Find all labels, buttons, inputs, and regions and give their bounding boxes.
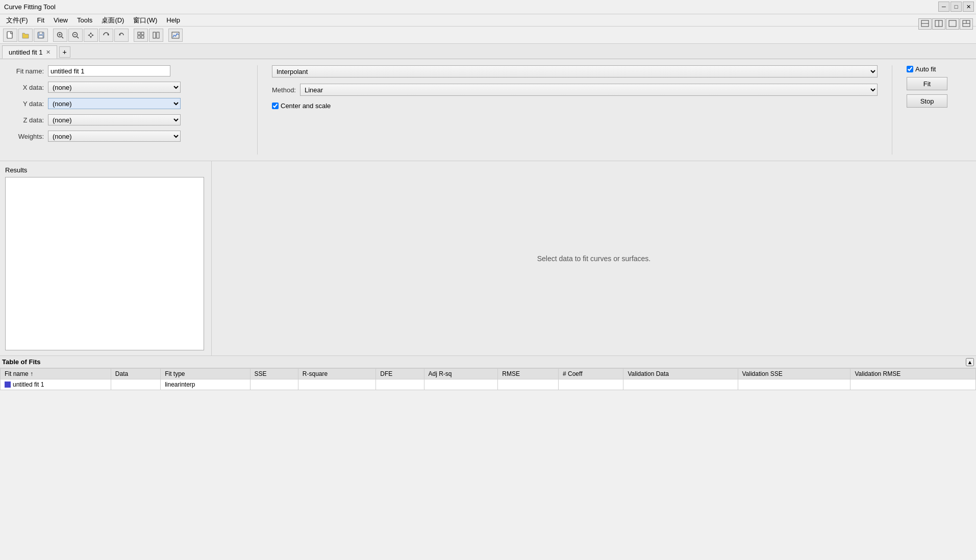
table-of-fits: Table of Fits ▲ Fit name ↑ Data Fit type… bbox=[0, 355, 976, 390]
x-data-select[interactable]: (none) bbox=[48, 82, 181, 93]
results-panel: Results bbox=[0, 161, 212, 355]
y-data-label: Y data: bbox=[8, 100, 44, 108]
close-button[interactable]: ✕ bbox=[963, 2, 974, 12]
toolbar bbox=[0, 27, 976, 44]
config-panel: Fit name: X data: (none) Y data: (none) … bbox=[0, 59, 976, 161]
table-expand-btn[interactable]: ▲ bbox=[966, 358, 974, 366]
tab-untitled-fit-1[interactable]: untitled fit 1 ✕ bbox=[2, 45, 57, 59]
weights-select[interactable]: (none) bbox=[48, 131, 181, 142]
tab-label: untitled fit 1 bbox=[9, 48, 43, 56]
config-middle: Interpolant Polynomial Custom Equation S… bbox=[272, 65, 878, 155]
svg-rect-3 bbox=[39, 36, 43, 38]
fit-name-row: Fit name: bbox=[8, 65, 243, 77]
cell-rmse bbox=[498, 379, 559, 390]
table-row[interactable]: untitled fit 1 linearinterp bbox=[1, 379, 976, 390]
menu-item-fit[interactable]: Fit bbox=[33, 15, 48, 25]
menu-item-file[interactable]: 文件(F) bbox=[2, 15, 32, 26]
fit-type-select[interactable]: Interpolant Polynomial Custom Equation S… bbox=[272, 65, 878, 78]
svg-rect-23 bbox=[172, 32, 179, 38]
z-data-label: Z data: bbox=[8, 116, 44, 124]
col-val-data[interactable]: Validation Data bbox=[623, 369, 738, 379]
layout-btn-2[interactable] bbox=[932, 18, 945, 30]
z-data-select[interactable]: (none) bbox=[48, 114, 181, 125]
col-val-rmse[interactable]: Validation RMSE bbox=[850, 369, 976, 379]
layout-btn-3[interactable] bbox=[946, 18, 959, 30]
tab-close-btn[interactable]: ✕ bbox=[46, 49, 51, 56]
col-dfe[interactable]: DFE bbox=[376, 369, 424, 379]
layout-btn-4[interactable] bbox=[960, 18, 973, 30]
y-data-select[interactable]: (none) bbox=[48, 98, 181, 109]
svg-rect-17 bbox=[138, 32, 140, 35]
layout-btn-1[interactable] bbox=[918, 18, 932, 30]
minimize-button[interactable]: ─ bbox=[938, 2, 949, 12]
toolbar-grid1-btn[interactable] bbox=[134, 29, 148, 42]
auto-fit-row: Auto fit bbox=[907, 65, 936, 73]
method-label: Method: bbox=[272, 86, 296, 94]
col-fit-type[interactable]: Fit type bbox=[161, 369, 250, 379]
col-r-square[interactable]: R-square bbox=[298, 369, 376, 379]
menu-item-help[interactable]: Help bbox=[162, 15, 184, 25]
menu-item-view[interactable]: View bbox=[49, 15, 72, 25]
toolbar-save-btn[interactable] bbox=[34, 29, 48, 42]
fit-name-label: Fit name: bbox=[8, 67, 44, 75]
col-sse[interactable]: SSE bbox=[250, 369, 298, 379]
plot-placeholder: Select data to fit curves or surfaces. bbox=[537, 254, 651, 263]
cell-adj-r-sq bbox=[424, 379, 498, 390]
center-scale-checkbox[interactable] bbox=[272, 103, 279, 109]
results-label: Results bbox=[5, 166, 206, 174]
toolbar-rotate-btn[interactable] bbox=[99, 29, 113, 42]
z-data-row: Z data: (none) bbox=[8, 114, 243, 125]
fit-name-input[interactable] bbox=[48, 65, 170, 77]
cell-dfe bbox=[376, 379, 424, 390]
plot-area: Select data to fit curves or surfaces. bbox=[212, 161, 976, 355]
toolbar-new-btn[interactable] bbox=[3, 29, 17, 42]
toolbar-plot-btn[interactable] bbox=[168, 29, 183, 42]
col-n-coeff[interactable]: # Coeff bbox=[559, 369, 623, 379]
tab-add-btn[interactable]: + bbox=[59, 46, 70, 58]
col-val-sse[interactable]: Validation SSE bbox=[738, 369, 850, 379]
config-divider-2 bbox=[892, 65, 892, 155]
toolbar-grid2-btn[interactable] bbox=[149, 29, 163, 42]
window-controls: ─ □ ✕ bbox=[938, 2, 974, 12]
col-data[interactable]: Data bbox=[111, 369, 160, 379]
stop-button[interactable]: Stop bbox=[907, 94, 947, 108]
restore-button[interactable]: □ bbox=[950, 2, 962, 12]
toolbar-zoom-in-btn[interactable] bbox=[53, 29, 67, 42]
toolbar-open-btn[interactable] bbox=[18, 29, 33, 42]
svg-rect-28 bbox=[949, 20, 956, 27]
menu-item-desktop[interactable]: 桌面(D) bbox=[97, 15, 128, 26]
toolbar-zoom-out-btn[interactable] bbox=[68, 29, 83, 42]
fit-name-text: untitled fit 1 bbox=[13, 381, 44, 388]
toolbar-undo-btn[interactable] bbox=[114, 29, 129, 42]
svg-line-9 bbox=[77, 37, 79, 38]
toolbar-pan-btn[interactable] bbox=[84, 29, 98, 42]
auto-fit-checkbox[interactable] bbox=[907, 66, 913, 72]
table-column-headers: Fit name ↑ Data Fit type SSE R-square DF… bbox=[1, 369, 976, 379]
svg-marker-15 bbox=[107, 34, 109, 36]
method-select[interactable]: Linear Nearest neighbor Natural Cubic Bi… bbox=[300, 84, 878, 96]
table-header: Table of Fits ▲ bbox=[0, 356, 976, 368]
layout-controls bbox=[918, 18, 973, 30]
fit-button[interactable]: Fit bbox=[907, 77, 947, 90]
svg-marker-13 bbox=[88, 34, 90, 36]
config-left: Fit name: X data: (none) Y data: (none) … bbox=[8, 65, 243, 155]
titlebar: Curve Fitting Tool ─ □ ✕ bbox=[0, 0, 976, 14]
cell-fit-type: linearinterp bbox=[161, 379, 250, 390]
titlebar-title: Curve Fitting Tool bbox=[4, 3, 56, 11]
weights-row: Weights: (none) bbox=[8, 131, 243, 142]
config-right: Auto fit Fit Stop bbox=[907, 65, 968, 155]
col-rmse[interactable]: RMSE bbox=[498, 369, 559, 379]
svg-rect-2 bbox=[39, 32, 42, 34]
cell-sse bbox=[250, 379, 298, 390]
svg-rect-18 bbox=[141, 32, 144, 35]
col-fit-name[interactable]: Fit name ↑ bbox=[1, 369, 111, 379]
menu-item-tools[interactable]: Tools bbox=[73, 15, 96, 25]
col-adj-r-sq[interactable]: Adj R-sq bbox=[424, 369, 498, 379]
cell-n-coeff bbox=[559, 379, 623, 390]
svg-marker-14 bbox=[92, 34, 94, 36]
auto-fit-label: Auto fit bbox=[915, 65, 936, 73]
menu-item-window[interactable]: 窗口(W) bbox=[129, 15, 161, 26]
y-data-row: Y data: (none) bbox=[8, 98, 243, 109]
cell-val-data bbox=[623, 379, 738, 390]
tabbar: untitled fit 1 ✕ + bbox=[0, 44, 976, 59]
